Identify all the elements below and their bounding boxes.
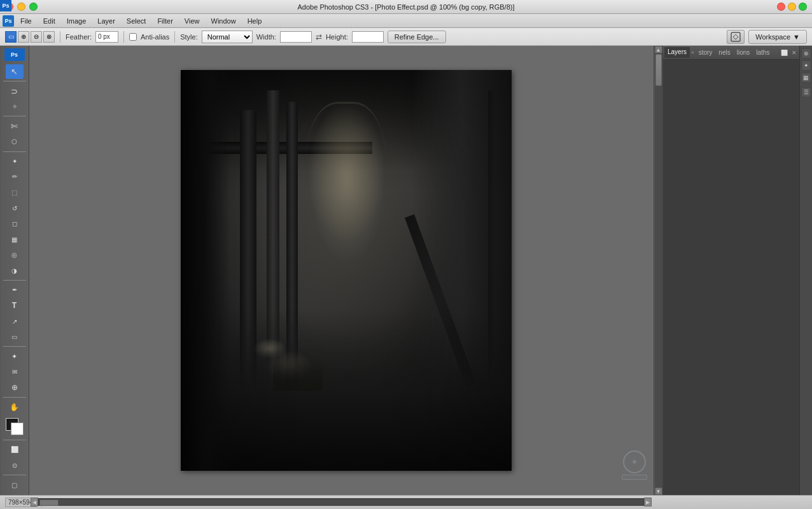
marquee-rect-icon[interactable]: ▭ xyxy=(5,31,17,43)
brush-tool[interactable]: ✏ xyxy=(6,169,24,185)
feather-label: Feather: xyxy=(66,33,92,41)
sample-icon[interactable] xyxy=(727,30,745,44)
marquee-add-icon[interactable]: ⊕ xyxy=(18,31,29,43)
path-select-tool[interactable]: ↗ xyxy=(6,314,24,329)
type-tool[interactable]: T xyxy=(6,298,24,314)
toolbar-sep-6 xyxy=(3,397,26,398)
title-bar: Ps Adobe Photoshop CS3 - [Photo Effect.p… xyxy=(0,0,812,14)
swap-icon[interactable]: ⇄ xyxy=(316,32,322,41)
photo-left-dark xyxy=(181,70,230,471)
width-label: Width: xyxy=(256,33,276,41)
panel-tabs-header: Layers × story nels lions laths ⬜ ✕ xyxy=(663,46,799,60)
tab-layers-close[interactable]: × xyxy=(691,50,694,55)
gradient-tool[interactable]: ▦ xyxy=(6,232,24,247)
lasso-poly-tool[interactable]: ✧ xyxy=(6,99,24,115)
tab-story[interactable]: story xyxy=(696,48,716,57)
eraser-tool[interactable]: ◻ xyxy=(6,216,24,232)
options-bar: ▭ ⊕ ⊖ ⊗ Feather: Anti-alias Style: Norma… xyxy=(0,28,812,46)
vertical-scrollbar: ▲ ▼ xyxy=(654,46,662,495)
pen-tool[interactable]: ✒ xyxy=(6,282,24,298)
selection-tool-icons: ▭ ⊕ ⊖ ⊗ xyxy=(5,31,55,43)
status-bar: 798×594 Doc: 958.2K/2.81M ◀ ▶ xyxy=(0,495,812,509)
scroll-down-btn[interactable]: ▼ xyxy=(655,487,662,495)
move-tool[interactable]: ↖ xyxy=(6,64,24,80)
far-right-tool-4[interactable]: ☰ xyxy=(801,87,811,97)
anti-alias-checkbox[interactable] xyxy=(129,33,137,41)
slice-tool[interactable]: ⬡ xyxy=(6,134,24,150)
menu-file[interactable]: File xyxy=(15,16,37,26)
height-input[interactable] xyxy=(352,31,384,43)
options-sep-1 xyxy=(60,31,60,43)
photo-content xyxy=(181,70,512,471)
scrollbar-thumb[interactable] xyxy=(655,54,662,86)
menu-view[interactable]: View xyxy=(179,16,205,26)
photo-floor xyxy=(181,310,512,471)
watermark: ✦ xyxy=(622,450,647,480)
ps-menu-icon: Ps xyxy=(3,15,14,27)
blur-tool[interactable]: ◎ xyxy=(6,248,24,263)
menu-layer[interactable]: Layer xyxy=(92,16,120,26)
marquee-intersect-icon[interactable]: ⊗ xyxy=(43,31,55,43)
minimize-button[interactable] xyxy=(17,3,25,11)
menu-help[interactable]: Help xyxy=(242,16,267,26)
history-brush-tool[interactable]: ↺ xyxy=(6,200,24,216)
screen-mode[interactable]: ▢ xyxy=(6,477,24,492)
hand-tool[interactable]: ✋ xyxy=(6,400,24,415)
tab-actions[interactable]: lions xyxy=(734,48,753,57)
height-label: Height: xyxy=(326,33,348,41)
scrollbar-track xyxy=(655,53,662,487)
tab-paths[interactable]: laths xyxy=(753,48,773,57)
h-scrollbar-thumb[interactable] xyxy=(39,499,59,506)
toolbar-sep-3 xyxy=(3,151,26,152)
menu-select[interactable]: Select xyxy=(122,16,151,26)
panel-controls: ⬜ ✕ xyxy=(780,50,798,56)
menu-image[interactable]: Image xyxy=(62,16,92,26)
dodge-tool[interactable]: ◑ xyxy=(6,263,24,279)
refine-edge-button[interactable]: Refine Edge... xyxy=(388,31,446,43)
standard-mode[interactable]: ⬜ xyxy=(6,442,24,457)
feather-input[interactable] xyxy=(95,31,118,43)
shape-tool[interactable]: ▭ xyxy=(6,330,24,345)
scroll-right-btn[interactable]: ▶ xyxy=(644,498,652,506)
workspace-button[interactable]: Workspace ▼ xyxy=(748,30,807,44)
main-area: Ps ↖ ⊃ ✧ ✄ ⬡ ✦ ✏ ⬚ ↺ ◻ ▦ ◎ ◑ ✒ T ↗ ▭ ✦ ✉… xyxy=(0,46,812,495)
crop-tool[interactable]: ✄ xyxy=(6,118,24,134)
toolbar-sep-4 xyxy=(3,280,26,281)
tab-layers[interactable]: Layers xyxy=(664,47,690,58)
width-input[interactable] xyxy=(280,31,312,43)
app-close-button[interactable] xyxy=(777,3,785,11)
lasso-tool[interactable]: ⊃ xyxy=(6,83,24,99)
app-minimize-button[interactable] xyxy=(788,3,796,11)
canvas-area: ✦ xyxy=(29,46,662,495)
panel-close-btn[interactable]: ✕ xyxy=(790,50,798,56)
scroll-up-btn[interactable]: ▲ xyxy=(655,46,662,53)
window-title: Adobe Photoshop CS3 - [Photo Effect.psd … xyxy=(298,3,515,11)
eyedropper-tool[interactable]: ✦ xyxy=(6,349,24,364)
healing-brush-tool[interactable]: ✦ xyxy=(6,154,24,169)
scroll-left-btn[interactable]: ◀ xyxy=(31,498,38,506)
far-right-tool-2[interactable]: ✦ xyxy=(801,60,811,71)
menu-edit[interactable]: Edit xyxy=(38,16,60,26)
toolbar-sep-8 xyxy=(3,475,26,475)
app-maximize-button[interactable] xyxy=(799,3,807,11)
style-select[interactable]: Normal Fixed Ratio Fixed Size xyxy=(202,31,253,43)
marquee-subtract-icon[interactable]: ⊖ xyxy=(31,31,42,43)
tab-channels[interactable]: nels xyxy=(715,48,733,57)
menu-filter[interactable]: Filter xyxy=(152,16,178,26)
panel-restore-btn[interactable]: ⬜ xyxy=(780,50,789,56)
quick-mask-mode[interactable]: ⊙ xyxy=(6,458,24,473)
photo-object-1 xyxy=(273,359,323,391)
toolbar-sep-2 xyxy=(3,116,26,116)
h-scrollbar-track xyxy=(38,498,644,506)
color-swatch-area xyxy=(6,418,24,436)
left-toolbar: Ps ↖ ⊃ ✧ ✄ ⬡ ✦ ✏ ⬚ ↺ ◻ ▦ ◎ ◑ ✒ T ↗ ▭ ✦ ✉… xyxy=(0,46,29,495)
notes-tool[interactable]: ✉ xyxy=(6,365,24,380)
far-right-tool-3[interactable]: ▦ xyxy=(801,73,811,83)
clone-stamp-tool[interactable]: ⬚ xyxy=(6,185,24,200)
background-color[interactable] xyxy=(11,422,24,435)
maximize-button[interactable] xyxy=(29,3,38,11)
photo-canvas xyxy=(181,70,512,471)
far-right-tool-1[interactable]: ⊕ xyxy=(801,48,811,59)
zoom-tool[interactable]: ⊕ xyxy=(6,380,24,396)
menu-window[interactable]: Window xyxy=(206,16,241,26)
